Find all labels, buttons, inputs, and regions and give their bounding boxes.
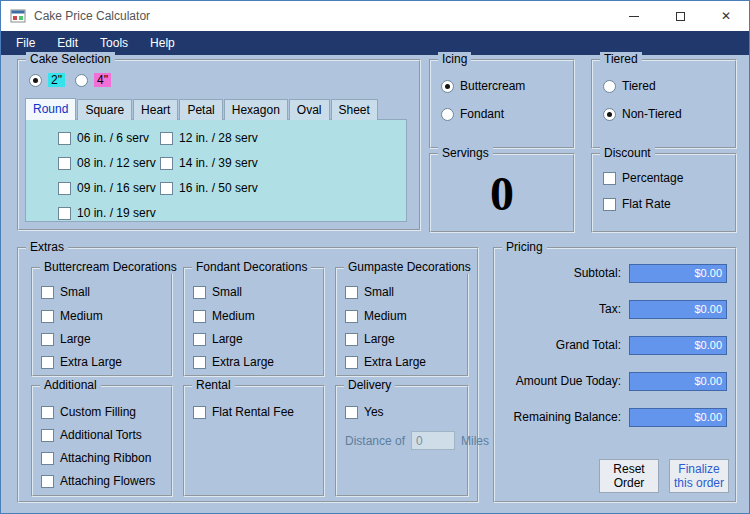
checkbox-label: Attaching Ribbon <box>60 451 151 465</box>
checkbox-attaching-flowers[interactable]: Attaching Flowers <box>41 474 155 488</box>
remaining-balance-value[interactable]: $0.00 <box>629 408 727 427</box>
group-title: Gumpaste Decorations <box>344 260 475 274</box>
menu-help[interactable]: Help <box>139 32 186 54</box>
radio-icon <box>75 74 88 87</box>
checkbox-flat-rate[interactable]: Flat Rate <box>603 197 671 211</box>
checkbox-size-12in[interactable]: 12 in. / 28 serv <box>160 131 258 145</box>
checkbox-fondant-medium[interactable]: Medium <box>193 309 255 323</box>
checkbox-gumpaste-small[interactable]: Small <box>345 285 394 299</box>
checkbox-size-09in[interactable]: 09 in. / 16 serv <box>58 181 156 195</box>
checkbox-attaching-ribbon[interactable]: Attaching Ribbon <box>41 451 151 465</box>
pricing-row-tax: Tax: $0.00 <box>503 299 727 319</box>
close-button[interactable]: ✕ <box>703 1 749 31</box>
checkbox-buttercream-large[interactable]: Large <box>41 332 91 346</box>
checkbox-label: Extra Large <box>60 355 122 369</box>
tab-sheet[interactable]: Sheet <box>331 99 378 120</box>
icing-group: Icing Buttercream Fondant <box>429 59 575 149</box>
checkbox-label: Percentage <box>622 171 683 185</box>
cake-size-panel: 06 in. / 6 serv 08 in. / 12 serv 09 in. … <box>25 119 407 222</box>
cake-selection-title: Cake Selection <box>26 52 115 66</box>
radio-tiered[interactable]: Tiered <box>603 79 656 93</box>
fondant-decorations-group: Fondant Decorations Small Medium Large E… <box>183 267 325 377</box>
checkbox-label: Custom Filling <box>60 405 136 419</box>
checkbox-flat-rental-fee[interactable]: Flat Rental Fee <box>193 405 294 419</box>
checkbox-label: 12 in. / 28 serv <box>179 131 258 145</box>
menu-file[interactable]: File <box>5 32 46 54</box>
checkbox-percentage[interactable]: Percentage <box>603 171 683 185</box>
checkbox-fondant-small[interactable]: Small <box>193 285 242 299</box>
radio-size-4in[interactable]: 4" <box>75 73 111 87</box>
finalize-order-button[interactable]: Finalize this order <box>669 459 729 493</box>
close-icon: ✕ <box>721 10 731 22</box>
checkbox-size-16in[interactable]: 16 in. / 50 serv <box>160 181 258 195</box>
maximize-button[interactable] <box>657 1 703 31</box>
radio-non-tiered[interactable]: Non-Tiered <box>603 107 682 121</box>
checkbox-box <box>58 182 71 195</box>
cake-selection-group: Cake Selection 2" 4" Round Square Heart … <box>17 59 421 231</box>
tab-hexagon[interactable]: Hexagon <box>224 99 288 120</box>
group-title: Buttercream Decorations <box>40 260 181 274</box>
checkbox-fondant-extra-large[interactable]: Extra Large <box>193 355 274 369</box>
amount-due-value[interactable]: $0.00 <box>629 372 727 391</box>
checkbox-custom-filling[interactable]: Custom Filling <box>41 405 136 419</box>
radio-buttercream[interactable]: Buttercream <box>441 79 525 93</box>
pricing-row-amount-due: Amount Due Today: $0.00 <box>503 371 727 391</box>
checkbox-box <box>345 310 358 323</box>
checkbox-label: 06 in. / 6 serv <box>77 131 149 145</box>
radio-fondant[interactable]: Fondant <box>441 107 504 121</box>
checkbox-size-06in[interactable]: 06 in. / 6 serv <box>58 131 149 145</box>
radio-size-2in[interactable]: 2" <box>29 73 65 87</box>
checkbox-box <box>41 333 54 346</box>
checkbox-label: Extra Large <box>364 355 426 369</box>
radio-label: Fondant <box>460 107 504 121</box>
checkbox-box <box>193 356 206 369</box>
grand-total-value[interactable]: $0.00 <box>629 336 727 355</box>
checkbox-label: 08 in. / 12 serv <box>77 156 156 170</box>
checkbox-box <box>193 286 206 299</box>
checkbox-buttercream-small[interactable]: Small <box>41 285 90 299</box>
checkbox-size-14in[interactable]: 14 in. / 39 serv <box>160 156 258 170</box>
radio-size-2in-label: 2" <box>48 73 65 87</box>
pricing-row-grand-total: Grand Total: $0.00 <box>503 335 727 355</box>
group-title: Fondant Decorations <box>192 260 311 274</box>
tiered-title: Tiered <box>600 52 642 66</box>
extras-group: Extras Buttercream Decorations Small Med… <box>17 247 479 503</box>
amount-due-label: Amount Due Today: <box>516 374 621 388</box>
tab-petal[interactable]: Petal <box>179 99 222 120</box>
menu-tools[interactable]: Tools <box>89 32 139 54</box>
checkbox-gumpaste-medium[interactable]: Medium <box>345 309 407 323</box>
checkbox-label: Large <box>212 332 243 346</box>
checkbox-gumpaste-large[interactable]: Large <box>345 332 395 346</box>
titlebar: Cake Price Calculator ✕ <box>1 1 749 31</box>
checkbox-additional-torts[interactable]: Additional Torts <box>41 428 142 442</box>
minimize-button[interactable] <box>611 1 657 31</box>
reset-order-button[interactable]: Reset Order <box>599 459 659 493</box>
menu-edit[interactable]: Edit <box>46 32 89 54</box>
checkbox-box <box>160 132 173 145</box>
window-controls: ✕ <box>611 1 749 31</box>
tab-round[interactable]: Round <box>25 98 76 120</box>
tab-oval[interactable]: Oval <box>289 99 330 120</box>
servings-group: Servings 0 <box>429 153 575 233</box>
tax-value[interactable]: $0.00 <box>629 300 727 319</box>
checkbox-buttercream-medium[interactable]: Medium <box>41 309 103 323</box>
checkbox-label: Flat Rate <box>622 197 671 211</box>
radio-icon <box>29 74 42 87</box>
checkbox-size-08in[interactable]: 08 in. / 12 serv <box>58 156 156 170</box>
buttercream-decorations-group: Buttercream Decorations Small Medium Lar… <box>31 267 173 377</box>
group-title: Rental <box>192 378 235 392</box>
checkbox-label: 09 in. / 16 serv <box>77 181 156 195</box>
pricing-group: Pricing Subtotal: $0.00 Tax: $0.00 Grand… <box>493 247 737 503</box>
tab-heart[interactable]: Heart <box>133 99 178 120</box>
checkbox-size-10in[interactable]: 10 in. / 19 serv <box>58 206 156 220</box>
subtotal-value[interactable]: $0.00 <box>629 264 727 283</box>
checkbox-buttercream-extra-large[interactable]: Extra Large <box>41 355 122 369</box>
checkbox-box <box>345 333 358 346</box>
miles-label: Miles <box>461 434 489 448</box>
checkbox-gumpaste-extra-large[interactable]: Extra Large <box>345 355 426 369</box>
checkbox-fondant-large[interactable]: Large <box>193 332 243 346</box>
tab-square[interactable]: Square <box>77 99 132 120</box>
checkbox-box <box>41 286 54 299</box>
distance-input[interactable] <box>411 431 455 450</box>
checkbox-delivery-yes[interactable]: Yes <box>345 405 384 419</box>
